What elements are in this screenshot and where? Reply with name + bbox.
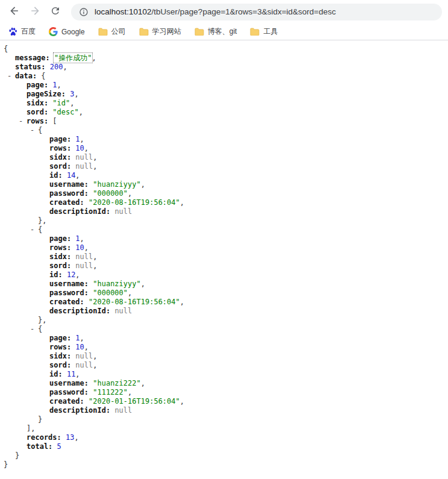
url-text[interactable]: localhost:10102/tbUser/page?page=1&rows=… [95,7,336,16]
json-punct: } [38,415,42,424]
json-line: created: "2020-01-16T19:56:04", [0,397,448,406]
json-value[interactable]: null [114,207,132,216]
json-punct: ], [26,424,35,433]
json-value[interactable]: 11 [67,370,75,378]
json-value[interactable]: "huanziyyy" [93,280,140,288]
json-line: records: 13, [0,433,448,442]
json-key: descriptionId: [49,207,114,216]
json-key: records: [26,433,66,442]
json-value[interactable]: "huanzi222" [93,379,140,387]
json-value[interactable]: "000000" [93,289,128,297]
collapse-toggle-icon[interactable]: - [30,126,38,135]
json-punct: , [84,343,89,351]
json-key: id: [49,171,67,180]
json-value[interactable]: null [75,252,93,261]
json-line: sidx: null, [0,352,448,361]
json-punct: , [93,361,97,369]
json-value[interactable]: 10 [75,243,84,252]
json-value[interactable]: 12 [67,271,75,279]
json-punct: , [141,379,145,387]
json-value[interactable]: "id" [52,99,70,107]
json-line: rows: 10, [0,243,448,252]
site-info-icon[interactable] [78,7,89,17]
json-key: page: [49,334,75,342]
json-key: descriptionId: [49,406,114,415]
json-line: username: "huanziyyy", [0,280,448,289]
json-punct: , [75,271,79,279]
json-line: sidx: "id", [0,99,448,108]
collapse-toggle-icon[interactable]: - [19,117,26,126]
bookmark-label: 百度 [21,27,36,37]
json-line: sidx: null, [0,252,448,261]
json-punct: { [4,45,8,53]
json-punct: { [41,72,45,80]
json-value[interactable]: null [114,406,132,415]
json-line: sord: null, [0,162,448,171]
json-value[interactable]: "2020-08-16T19:56:04" [89,198,180,207]
json-value[interactable]: 5 [57,442,61,451]
json-key: username: [49,280,93,288]
bookmark-baidu[interactable]: 百度 [8,27,36,37]
json-value[interactable]: null [75,261,93,270]
collapse-toggle-icon[interactable]: - [7,72,15,81]
json-line: total: 5 [0,442,448,451]
json-value[interactable]: null [75,352,93,360]
forward-button[interactable] [26,4,43,20]
json-value[interactable]: 10 [75,343,84,351]
back-button[interactable] [6,4,23,20]
json-value[interactable]: null [114,307,132,315]
json-punct: , [92,54,96,62]
json-value[interactable]: 1 [75,135,79,143]
json-value[interactable]: 10 [75,144,84,152]
url-path: /tbUser/page?page=1&rows=3&sidx=id&sord=… [152,7,336,16]
json-value[interactable]: "111222" [93,388,128,396]
json-key: data: [15,72,41,80]
refresh-button[interactable] [47,4,64,20]
json-punct: , [180,198,184,207]
collapse-toggle-icon[interactable]: - [30,325,38,334]
bookmark-folder-blog-git[interactable]: 博客、git [194,27,237,37]
bookmark-folder-company[interactable]: 公司 [98,27,126,37]
json-punct: , [141,180,145,189]
json-key: password: [49,189,93,198]
json-value[interactable]: null [75,153,93,161]
json-value[interactable]: "操作成功" [54,54,92,62]
address-bar[interactable]: localhost:10102/tbUser/page?page=1&rows=… [71,4,442,20]
json-key: sidx: [49,252,75,261]
json-punct: , [84,243,89,252]
json-value[interactable]: 14 [67,171,75,180]
json-value[interactable]: 13 [66,433,74,442]
json-punct: , [93,162,97,171]
bookmark-folder-study[interactable]: 学习网站 [139,27,181,37]
bookmark-google[interactable]: Google [49,27,85,36]
json-line: -data: { [0,72,448,81]
json-value[interactable]: null [75,361,93,369]
json-value[interactable]: 1 [52,81,57,89]
json-key: sidx: [49,352,75,360]
json-key: rows: [49,243,75,252]
json-value[interactable]: "2020-08-16T19:56:04" [89,298,180,306]
json-value[interactable]: null [75,162,93,171]
collapse-toggle-icon[interactable]: - [30,225,38,234]
json-value[interactable]: "000000" [93,189,128,198]
json-punct: , [75,370,79,378]
json-line: created: "2020-08-16T19:56:04", [0,198,448,207]
json-key: username: [49,379,93,387]
json-line: id: 12, [0,271,448,280]
json-punct: , [93,153,97,161]
json-value[interactable]: "2020-01-16T19:56:04" [89,397,180,405]
json-line: descriptionId: null [0,406,448,415]
json-value[interactable]: 1 [75,334,79,342]
bookmark-folder-tools[interactable]: 工具 [250,27,278,37]
json-key: page: [26,81,52,89]
google-icon [49,27,58,36]
json-key: password: [49,289,93,297]
json-value[interactable]: "huanziyyy" [93,180,140,189]
json-value[interactable]: 200 [50,63,63,71]
json-value[interactable]: 1 [75,234,79,243]
json-line: descriptionId: null [0,207,448,216]
json-value[interactable]: "desc" [52,108,78,116]
json-punct: , [75,171,79,180]
json-key: total: [26,442,57,451]
json-key: sord: [49,261,75,270]
